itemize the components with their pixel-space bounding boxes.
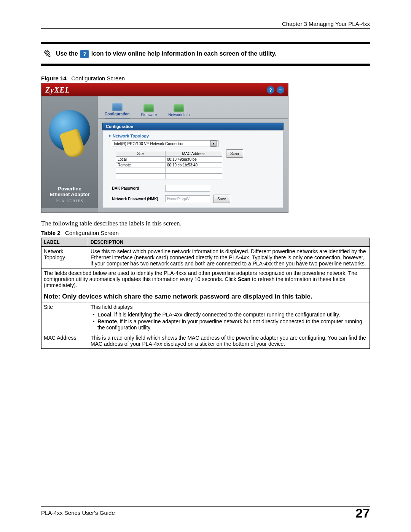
main-pane: Configuration Firmware Network Info Conf…: [98, 96, 288, 212]
utility-titlebar: ZyXEL ? ≡: [41, 83, 288, 96]
col-mac: MAC Address: [165, 151, 222, 157]
table-row: [116, 174, 222, 179]
nmk-label: Network Password (NMK): [112, 197, 162, 201]
utility-window: ZyXEL ? ≡ Powerline Ethernet Adapter PLA…: [41, 83, 288, 213]
sidebar-line2: Ethernet Adapter: [50, 192, 90, 197]
titlebar-help-icon[interactable]: ?: [267, 86, 274, 94]
callout: ✎ Use the ? icon to view online help inf…: [41, 42, 370, 66]
th-label: LABEL: [41, 238, 88, 247]
titlebar-menu-icon[interactable]: ≡: [277, 86, 284, 94]
tab-network-info[interactable]: Network Info: [168, 104, 190, 118]
sidebar-art: Powerline Ethernet Adapter PLA SERIES: [41, 96, 98, 208]
figure-caption: Figure 14 Configuration Screen: [41, 75, 370, 81]
callout-post: icon to view online help information in …: [91, 50, 277, 57]
table-row: [116, 168, 222, 174]
note-text: Note: Only devices which share the same …: [44, 293, 367, 300]
tab-bar: Configuration Firmware Network Info: [98, 96, 288, 119]
network-icon: [174, 104, 184, 112]
footer-guide: PLA-4xx Series User's Guide: [41, 510, 115, 516]
sidebar-line1: Powerline: [58, 186, 81, 192]
table-row: MAC Address This is a read-only field wh…: [41, 333, 370, 349]
table-row[interactable]: Local00:13:49:ea:f0:be: [116, 157, 222, 162]
page: Chapter 3 Managing Your PLA-4xx ✎ Use th…: [0, 0, 411, 532]
nmk-input[interactable]: [165, 195, 210, 202]
tab-firmware[interactable]: Firmware: [141, 104, 157, 118]
sidebar-line3: PLA SERIES: [56, 199, 84, 203]
description-table: LABEL DESCRIPTION Network Topology Use t…: [41, 238, 370, 349]
brand-logo: ZyXEL: [45, 86, 70, 94]
callout-pre: Use the: [56, 50, 80, 57]
table-row: The fields described below are used to i…: [41, 268, 370, 302]
callout-text: Use the ? icon to view online help infor…: [56, 50, 277, 58]
dak-input[interactable]: [165, 185, 210, 192]
save-button[interactable]: Save: [213, 195, 230, 203]
page-number: 27: [355, 506, 370, 521]
config-icon: [112, 103, 123, 111]
table-row[interactable]: Remote00:19:cb:1b:53:40: [116, 162, 222, 168]
pencil-icon: ✎: [42, 47, 51, 61]
firmware-icon: [143, 104, 154, 112]
table-caption: Table 2 Configuration Screen: [41, 230, 370, 236]
device-grid: SiteMAC Address Local00:13:49:ea:f0:be R…: [116, 151, 222, 179]
connection-value: Intel(R) PRO/100 VE Network Connection: [114, 142, 185, 146]
tab-configuration[interactable]: Configuration: [105, 103, 130, 118]
header-rule: [41, 28, 370, 29]
col-site: Site: [116, 151, 165, 157]
connection-select[interactable]: Intel(R) PRO/100 VE Network Connection ▼: [112, 140, 218, 147]
chapter-header: Chapter 3 Managing Your PLA-4xx: [282, 21, 370, 27]
help-icon: ?: [80, 50, 89, 58]
chevron-down-icon: ▼: [210, 141, 217, 147]
th-desc: DESCRIPTION: [88, 238, 370, 247]
table-row: Network Topology Use this to select whic…: [41, 247, 370, 268]
dak-label: DAK Password: [112, 186, 162, 190]
footer-rule: [41, 506, 370, 507]
config-panel: ✦ Network Topology Intel(R) PRO/100 VE N…: [102, 130, 284, 208]
panel-header: ✦ Network Topology: [108, 134, 278, 139]
scan-button[interactable]: Scan: [226, 149, 243, 158]
table-row: Site This field displays Local, if it is…: [41, 302, 370, 333]
intro-para: The following table describes the labels…: [41, 220, 370, 227]
section-title: Configuration: [102, 123, 284, 130]
